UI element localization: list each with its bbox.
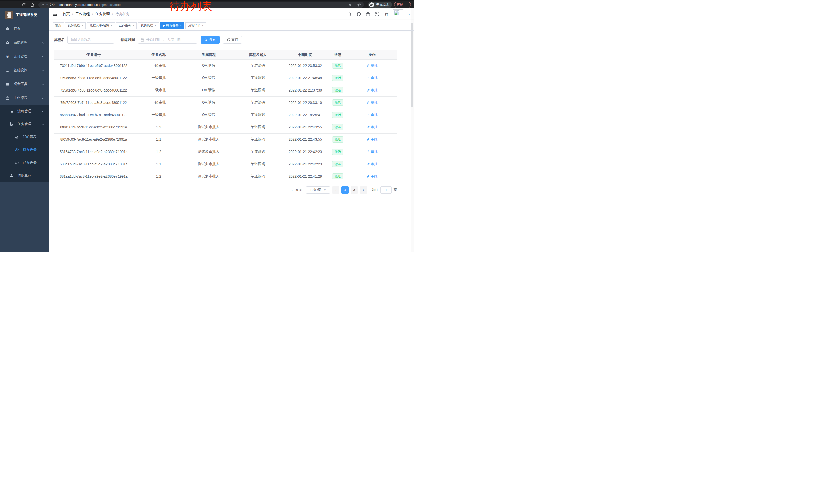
tab-5[interactable]: 待办任务× — [160, 22, 184, 29]
sidebar-item-6[interactable]: 流程管理 — [0, 105, 49, 118]
tab-close-icon[interactable]: × — [180, 24, 181, 27]
tab-close-icon[interactable]: × — [133, 24, 134, 27]
next-page-button[interactable]: › — [360, 186, 367, 193]
sidebar-item-5[interactable]: 工作流程 — [0, 91, 49, 105]
prev-page-button[interactable]: ‹ — [332, 186, 339, 193]
approve-link[interactable]: 审批 — [367, 174, 378, 179]
approve-link[interactable]: 审批 — [367, 112, 378, 117]
fullscreen-icon[interactable] — [375, 12, 380, 17]
process-cell: OA 请假 — [184, 96, 234, 109]
breadcrumb-item-0[interactable]: 首页 — [63, 12, 70, 16]
sidebar-item-7[interactable]: 任务管理 — [0, 118, 49, 131]
github-icon[interactable] — [356, 12, 361, 17]
approve-link[interactable]: 审批 — [367, 137, 378, 142]
sidebar-item-2[interactable]: ¥支付管理 — [0, 49, 49, 63]
tab-label: 我的流程 — [140, 23, 153, 28]
tab-close-icon[interactable]: × — [82, 24, 83, 27]
reset-button[interactable]: 重置 — [223, 36, 242, 44]
date-range-input[interactable]: 开始日期 - 结束日期 — [138, 36, 197, 44]
sidebar-item-9[interactable]: 待办任务 — [0, 143, 49, 156]
search-icon[interactable] — [347, 12, 352, 17]
approve-link[interactable]: 审批 — [367, 125, 378, 130]
password-key-icon[interactable] — [348, 3, 353, 7]
sidebar-item-4[interactable]: 研发工具 — [0, 77, 49, 91]
browser-menu-icon[interactable]: ⋮ — [405, 3, 408, 7]
approve-link-label: 审批 — [371, 125, 378, 130]
column-header-3: 流程发起人 — [234, 50, 282, 59]
breadcrumb-item-2[interactable]: 任务管理 — [95, 12, 110, 16]
tab-6[interactable]: 流程详情× — [185, 22, 206, 29]
starter-cell: 芋道源码 — [234, 72, 282, 84]
date-separator: - — [163, 38, 164, 42]
tab-close-icon[interactable]: × — [111, 24, 112, 27]
approve-link[interactable]: 审批 — [367, 63, 378, 68]
tab-0[interactable]: 首页 — [52, 22, 64, 29]
sidebar-logo[interactable]: 芋道管理系统 — [0, 8, 49, 21]
starter-cell: 芋道源码 — [234, 109, 282, 121]
date-end-placeholder: 结束日期 — [168, 37, 181, 42]
update-label: 更新 — [397, 3, 403, 7]
scrollbar-thumb[interactable] — [411, 22, 413, 107]
font-size-icon[interactable]: tT — [384, 12, 389, 17]
bookmark-star-icon[interactable] — [357, 3, 362, 7]
sidebar-item-10[interactable]: 已办任务 — [0, 156, 49, 169]
address-bar[interactable]: 不安全 dashboard.yudao.iocoder.cn/bpm/task/… — [38, 2, 364, 8]
table-row: 381aa1dd-7ac8-11ec-a9e2-a2380e71991a1.2测… — [54, 170, 397, 183]
reset-button-label: 重置 — [232, 37, 238, 42]
collapse-sidebar-icon[interactable] — [52, 11, 58, 17]
avatar[interactable] — [393, 9, 404, 19]
approve-link[interactable]: 审批 — [367, 100, 378, 105]
page-button-1[interactable]: 1 — [341, 186, 348, 193]
sidebar-item-8[interactable]: 我的流程 — [0, 131, 49, 143]
page-size-select[interactable]: 10条/页 ▼ — [306, 186, 330, 193]
tab-close-icon[interactable]: × — [202, 24, 203, 27]
home-icon[interactable] — [30, 3, 34, 7]
forward-icon[interactable] — [13, 3, 17, 7]
task-name-cell: 1.2 — [133, 146, 184, 158]
reload-icon[interactable] — [22, 3, 26, 7]
browser-update-button[interactable]: 更新 ⋮ — [394, 2, 411, 8]
goto-page-input[interactable]: 1 — [380, 186, 392, 193]
tab-4[interactable]: 我的流程× — [138, 22, 159, 29]
table-row: 725a1eb6-7b88-11ec-8ef0-acde48001122一级审批… — [54, 84, 397, 96]
search-button[interactable]: 搜索 — [201, 36, 219, 44]
approve-link[interactable]: 审批 — [367, 149, 378, 154]
create-time-cell: 2022-01-22 21:37:30 — [282, 84, 328, 96]
status-cell: 激活 — [328, 84, 347, 96]
sidebar-item-label: 流程管理 — [17, 109, 31, 113]
page-button-2[interactable]: 2 — [350, 186, 358, 193]
sidebar-item-1[interactable]: 系统管理 — [0, 36, 49, 49]
approve-link[interactable]: 审批 — [367, 88, 378, 93]
tab-3[interactable]: 已办任务× — [116, 22, 137, 29]
process-cell: OA 请假 — [184, 72, 234, 84]
starter-cell: 芋道源码 — [234, 96, 282, 109]
security-warning-icon[interactable] — [41, 3, 45, 7]
column-header-5: 状态 — [328, 50, 347, 59]
task-id-cell: 58154733-7ac8-11ec-a9e2-a2380e71991a — [54, 146, 133, 158]
security-warning-label: 不安全 — [46, 3, 55, 7]
sidebar-item-0[interactable]: 首页 — [0, 22, 49, 36]
back-icon[interactable] — [5, 3, 9, 7]
sidebar-item-label: 请假查询 — [17, 173, 31, 178]
approve-link-label: 审批 — [371, 76, 378, 80]
tab-1[interactable]: 发起流程× — [65, 22, 86, 29]
process-name-label: 流程名 — [54, 37, 65, 42]
approve-link[interactable]: 审批 — [367, 76, 378, 80]
window-scrollbar[interactable] — [411, 8, 414, 252]
help-icon[interactable] — [366, 12, 370, 17]
sidebar-item-3[interactable]: 基础设施 — [0, 63, 49, 77]
tab-2[interactable]: 流程表单-编辑× — [87, 22, 115, 29]
approve-link[interactable]: 审批 — [367, 162, 378, 166]
process-name-input[interactable]: 请输入流程名 — [68, 36, 114, 44]
tab-close-icon[interactable]: × — [155, 24, 156, 27]
avatar-caret-down-icon[interactable]: ▼ — [408, 13, 410, 16]
eye-closed-icon — [15, 161, 19, 165]
task-id-cell: 75d72608-7b7f-11ec-a3c8-acde48001122 — [54, 96, 133, 109]
breadcrumb-item-1[interactable]: 工作流程 — [75, 12, 90, 16]
starter-cell: 芋道源码 — [234, 84, 282, 96]
edit-icon — [367, 76, 370, 80]
status-cell: 激活 — [328, 146, 347, 158]
action-cell: 审批 — [347, 72, 397, 84]
sidebar-item-11[interactable]: 请假查询 — [0, 169, 49, 182]
status-badge: 激活 — [332, 75, 343, 81]
